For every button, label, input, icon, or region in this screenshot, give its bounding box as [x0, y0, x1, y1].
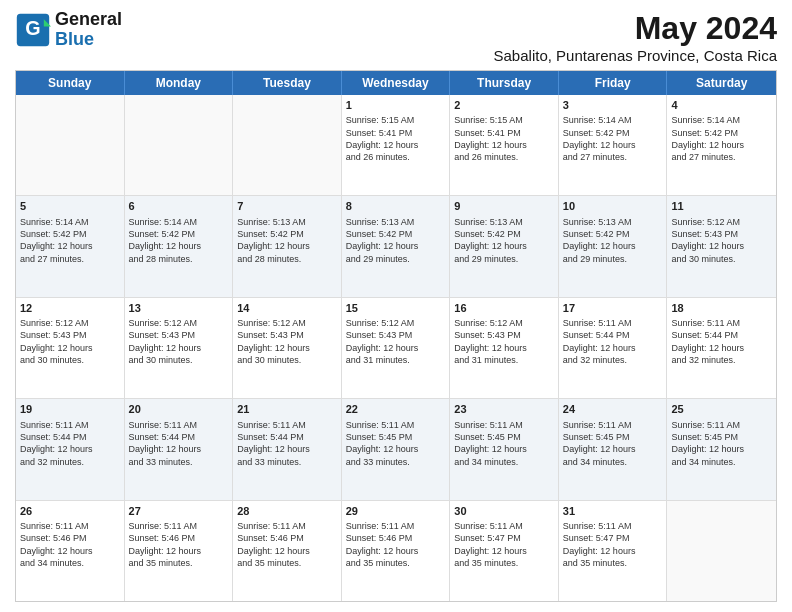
- calendar-cell: 15Sunrise: 5:12 AM Sunset: 5:43 PM Dayli…: [342, 298, 451, 398]
- calendar-cell: 1Sunrise: 5:15 AM Sunset: 5:41 PM Daylig…: [342, 95, 451, 195]
- calendar-row: 19Sunrise: 5:11 AM Sunset: 5:44 PM Dayli…: [16, 399, 776, 500]
- logo-text: General Blue: [55, 10, 122, 50]
- calendar-cell: 13Sunrise: 5:12 AM Sunset: 5:43 PM Dayli…: [125, 298, 234, 398]
- day-number: 5: [20, 199, 120, 213]
- calendar-cell: 28Sunrise: 5:11 AM Sunset: 5:46 PM Dayli…: [233, 501, 342, 601]
- calendar-cell: 20Sunrise: 5:11 AM Sunset: 5:44 PM Dayli…: [125, 399, 234, 499]
- calendar-body: 1Sunrise: 5:15 AM Sunset: 5:41 PM Daylig…: [16, 95, 776, 601]
- cell-text: Sunrise: 5:11 AM Sunset: 5:45 PM Dayligh…: [563, 420, 636, 467]
- cell-text: Sunrise: 5:12 AM Sunset: 5:43 PM Dayligh…: [129, 318, 202, 365]
- calendar-header-cell: Saturday: [667, 71, 776, 95]
- cell-text: Sunrise: 5:12 AM Sunset: 5:43 PM Dayligh…: [454, 318, 527, 365]
- calendar-cell: 6Sunrise: 5:14 AM Sunset: 5:42 PM Daylig…: [125, 196, 234, 296]
- day-number: 26: [20, 504, 120, 518]
- calendar-header-cell: Tuesday: [233, 71, 342, 95]
- day-number: 16: [454, 301, 554, 315]
- calendar-cell: 23Sunrise: 5:11 AM Sunset: 5:45 PM Dayli…: [450, 399, 559, 499]
- cell-text: Sunrise: 5:11 AM Sunset: 5:46 PM Dayligh…: [237, 521, 310, 568]
- day-number: 12: [20, 301, 120, 315]
- day-number: 24: [563, 402, 663, 416]
- calendar-cell: 18Sunrise: 5:11 AM Sunset: 5:44 PM Dayli…: [667, 298, 776, 398]
- cell-text: Sunrise: 5:11 AM Sunset: 5:46 PM Dayligh…: [346, 521, 419, 568]
- calendar-header-cell: Thursday: [450, 71, 559, 95]
- calendar-cell: 27Sunrise: 5:11 AM Sunset: 5:46 PM Dayli…: [125, 501, 234, 601]
- day-number: 14: [237, 301, 337, 315]
- day-number: 21: [237, 402, 337, 416]
- cell-text: Sunrise: 5:13 AM Sunset: 5:42 PM Dayligh…: [346, 217, 419, 264]
- day-number: 1: [346, 98, 446, 112]
- day-number: 3: [563, 98, 663, 112]
- page-subtitle: Sabalito, Puntarenas Province, Costa Ric…: [494, 47, 777, 64]
- calendar-header-cell: Friday: [559, 71, 668, 95]
- day-number: 27: [129, 504, 229, 518]
- cell-text: Sunrise: 5:11 AM Sunset: 5:47 PM Dayligh…: [563, 521, 636, 568]
- cell-text: Sunrise: 5:11 AM Sunset: 5:45 PM Dayligh…: [346, 420, 419, 467]
- calendar-header-cell: Wednesday: [342, 71, 451, 95]
- day-number: 22: [346, 402, 446, 416]
- calendar-cell: [233, 95, 342, 195]
- calendar-cell: 31Sunrise: 5:11 AM Sunset: 5:47 PM Dayli…: [559, 501, 668, 601]
- calendar-cell: 9Sunrise: 5:13 AM Sunset: 5:42 PM Daylig…: [450, 196, 559, 296]
- cell-text: Sunrise: 5:11 AM Sunset: 5:44 PM Dayligh…: [563, 318, 636, 365]
- cell-text: Sunrise: 5:13 AM Sunset: 5:42 PM Dayligh…: [454, 217, 527, 264]
- title-block: May 2024 Sabalito, Puntarenas Province, …: [494, 10, 777, 64]
- cell-text: Sunrise: 5:15 AM Sunset: 5:41 PM Dayligh…: [454, 115, 527, 162]
- calendar-cell: 12Sunrise: 5:12 AM Sunset: 5:43 PM Dayli…: [16, 298, 125, 398]
- calendar-cell: 4Sunrise: 5:14 AM Sunset: 5:42 PM Daylig…: [667, 95, 776, 195]
- cell-text: Sunrise: 5:12 AM Sunset: 5:43 PM Dayligh…: [20, 318, 93, 365]
- svg-text:G: G: [25, 17, 40, 39]
- day-number: 4: [671, 98, 772, 112]
- cell-text: Sunrise: 5:12 AM Sunset: 5:43 PM Dayligh…: [346, 318, 419, 365]
- day-number: 28: [237, 504, 337, 518]
- day-number: 13: [129, 301, 229, 315]
- day-number: 15: [346, 301, 446, 315]
- calendar-cell: 10Sunrise: 5:13 AM Sunset: 5:42 PM Dayli…: [559, 196, 668, 296]
- day-number: 7: [237, 199, 337, 213]
- calendar-cell: 11Sunrise: 5:12 AM Sunset: 5:43 PM Dayli…: [667, 196, 776, 296]
- calendar-header-cell: Monday: [125, 71, 234, 95]
- calendar-cell: 5Sunrise: 5:14 AM Sunset: 5:42 PM Daylig…: [16, 196, 125, 296]
- calendar-header: SundayMondayTuesdayWednesdayThursdayFrid…: [16, 71, 776, 95]
- cell-text: Sunrise: 5:14 AM Sunset: 5:42 PM Dayligh…: [563, 115, 636, 162]
- calendar-cell: 25Sunrise: 5:11 AM Sunset: 5:45 PM Dayli…: [667, 399, 776, 499]
- logo-icon: G: [15, 12, 51, 48]
- calendar-cell: 30Sunrise: 5:11 AM Sunset: 5:47 PM Dayli…: [450, 501, 559, 601]
- logo-blue: Blue: [55, 30, 122, 50]
- calendar-cell: 14Sunrise: 5:12 AM Sunset: 5:43 PM Dayli…: [233, 298, 342, 398]
- cell-text: Sunrise: 5:13 AM Sunset: 5:42 PM Dayligh…: [563, 217, 636, 264]
- calendar-cell: 16Sunrise: 5:12 AM Sunset: 5:43 PM Dayli…: [450, 298, 559, 398]
- day-number: 6: [129, 199, 229, 213]
- cell-text: Sunrise: 5:15 AM Sunset: 5:41 PM Dayligh…: [346, 115, 419, 162]
- page-title: May 2024: [494, 10, 777, 47]
- calendar-cell: 3Sunrise: 5:14 AM Sunset: 5:42 PM Daylig…: [559, 95, 668, 195]
- calendar-row: 1Sunrise: 5:15 AM Sunset: 5:41 PM Daylig…: [16, 95, 776, 196]
- calendar-cell: [16, 95, 125, 195]
- cell-text: Sunrise: 5:11 AM Sunset: 5:44 PM Dayligh…: [671, 318, 744, 365]
- day-number: 30: [454, 504, 554, 518]
- calendar-cell: [125, 95, 234, 195]
- day-number: 19: [20, 402, 120, 416]
- day-number: 17: [563, 301, 663, 315]
- day-number: 31: [563, 504, 663, 518]
- calendar-row: 12Sunrise: 5:12 AM Sunset: 5:43 PM Dayli…: [16, 298, 776, 399]
- day-number: 10: [563, 199, 663, 213]
- calendar-cell: 17Sunrise: 5:11 AM Sunset: 5:44 PM Dayli…: [559, 298, 668, 398]
- calendar-row: 5Sunrise: 5:14 AM Sunset: 5:42 PM Daylig…: [16, 196, 776, 297]
- calendar-cell: 7Sunrise: 5:13 AM Sunset: 5:42 PM Daylig…: [233, 196, 342, 296]
- page: G General Blue May 2024 Sabalito, Puntar…: [0, 0, 792, 612]
- day-number: 2: [454, 98, 554, 112]
- logo-general: General: [55, 10, 122, 30]
- cell-text: Sunrise: 5:14 AM Sunset: 5:42 PM Dayligh…: [671, 115, 744, 162]
- calendar-cell: 19Sunrise: 5:11 AM Sunset: 5:44 PM Dayli…: [16, 399, 125, 499]
- calendar-cell: 21Sunrise: 5:11 AM Sunset: 5:44 PM Dayli…: [233, 399, 342, 499]
- calendar-cell: 24Sunrise: 5:11 AM Sunset: 5:45 PM Dayli…: [559, 399, 668, 499]
- calendar-cell: 26Sunrise: 5:11 AM Sunset: 5:46 PM Dayli…: [16, 501, 125, 601]
- cell-text: Sunrise: 5:11 AM Sunset: 5:44 PM Dayligh…: [129, 420, 202, 467]
- cell-text: Sunrise: 5:11 AM Sunset: 5:46 PM Dayligh…: [129, 521, 202, 568]
- day-number: 18: [671, 301, 772, 315]
- day-number: 20: [129, 402, 229, 416]
- day-number: 25: [671, 402, 772, 416]
- header: G General Blue May 2024 Sabalito, Puntar…: [15, 10, 777, 64]
- cell-text: Sunrise: 5:14 AM Sunset: 5:42 PM Dayligh…: [129, 217, 202, 264]
- cell-text: Sunrise: 5:11 AM Sunset: 5:45 PM Dayligh…: [671, 420, 744, 467]
